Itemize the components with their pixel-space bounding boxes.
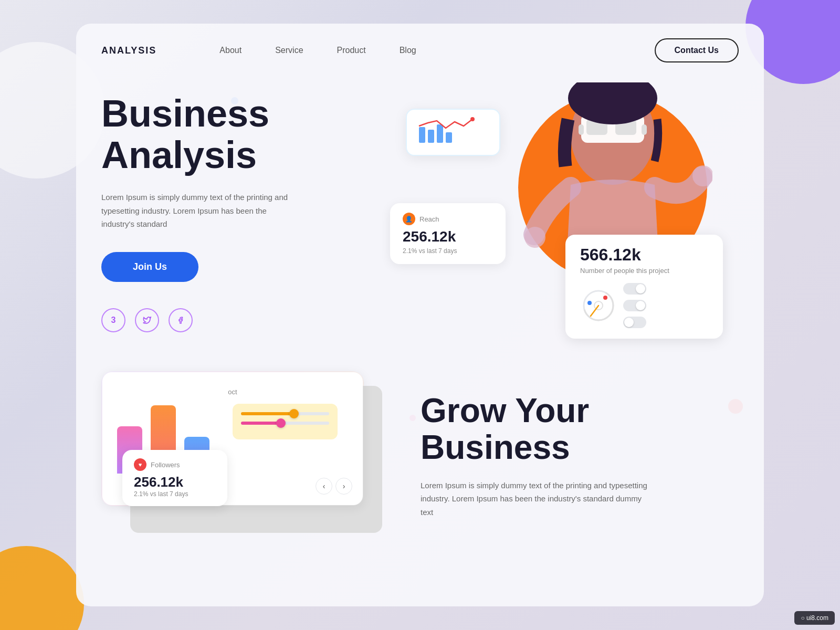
svg-rect-10 [428,130,434,143]
hero-description: Lorem Ipsum is simply dummy text of the … [101,191,301,231]
reach-change-value: 2.1% [403,247,417,255]
bottom-right: Grow Your Business Lorem Ipsum is simply… [421,371,739,519]
toggle-knob-3 [624,318,634,327]
followers-header: ♥ Followers [134,458,216,471]
chart-widget: oct sep oct n [101,371,395,506]
hero-title: Business Analysis [101,93,374,176]
grow-title: Grow Your Business [421,392,739,466]
reach-change: 2.1% vs last 7 days [403,247,493,255]
stats-value: 566.12k [580,245,708,265]
reach-header: 👤 Reach [403,213,493,225]
followers-change-value: 2.1% [134,490,148,498]
hero-left: Business Analysis Lorem Ipsum is simply … [101,77,374,371]
nav-cta: Contact Us [655,38,739,62]
followers-icon: ♥ [134,458,146,471]
svg-rect-4 [579,124,584,135]
bottom-section: oct sep oct n [76,371,764,519]
slider-area [233,404,338,439]
dial-circle [580,287,617,324]
reach-label: Reach [419,215,439,223]
nav-link-service[interactable]: Service [275,46,303,55]
hero-title-line2: Analysis [101,134,257,176]
hero-title-line1: Business [101,92,269,134]
stats-card: 566.12k Number of people this project [565,235,723,339]
svg-rect-5 [642,124,647,135]
svg-point-17 [587,301,592,305]
toggle-switch-3[interactable] [623,317,646,328]
toggle-knob-2 [636,301,645,310]
nav-link-blog[interactable]: Blog [400,46,416,55]
followers-card: ♥ Followers 256.12k 2.1% vs last 7 days [122,450,227,506]
svg-point-13 [470,117,475,121]
slider-knob-pink[interactable] [276,418,286,428]
nav-link-about[interactable]: About [219,46,242,55]
toggle-row-2 [623,300,646,311]
slider-fill-pink [241,422,281,425]
toggle-row-1 [623,283,646,295]
grow-title-line1: Grow Your [421,392,589,429]
chart-month-label: oct [117,388,348,396]
nav-links: About Service Product Blog [219,46,654,55]
join-button[interactable]: Join Us [101,252,198,282]
toggle-switch-1[interactable] [623,283,646,295]
followers-label: Followers [151,461,180,469]
slider-track-yellow [241,412,329,415]
hero-section: Business Analysis Lorem Ipsum is simply … [76,77,764,371]
navbar: ANALYSIS About Service Product Blog Cont… [76,24,764,77]
bg-circle-orange-bottom-left [0,546,84,630]
nav-logo: ANALYSIS [101,45,156,56]
reach-value: 256.12k [403,228,493,245]
stats-visual [580,283,708,328]
reach-icon: 👤 [403,213,415,225]
social-icon-1[interactable]: 3 [101,308,125,332]
reach-change-suffix: vs last 7 days [419,247,457,255]
social-icon-twitter[interactable] [135,308,159,332]
watermark: ○ ui8.com [794,611,835,625]
slider-row-2 [241,422,329,425]
hero-chart-card [406,109,500,156]
svg-point-6 [524,227,545,248]
svg-rect-12 [446,132,452,143]
slider-knob-yellow[interactable] [289,409,299,418]
nav-arrow-next[interactable]: › [335,478,352,495]
toggle-knob-1 [636,284,645,293]
contact-button[interactable]: Contact Us [655,38,739,62]
toggle-switches [623,283,646,328]
hero-right: 👤 Reach 256.12k 2.1% vs last 7 days 566.… [374,77,739,371]
slider-fill-yellow [241,412,294,415]
toggle-switch-2[interactable] [623,300,646,311]
toggle-row-3 [623,317,646,328]
svg-point-18 [603,296,607,300]
slider-row-1 [241,412,329,415]
grow-description: Lorem Ipsum is simply dummy text of the … [421,479,652,519]
reach-card: 👤 Reach 256.12k 2.1% vs last 7 days [390,203,506,264]
grow-title-line2: Business [421,428,570,466]
svg-rect-11 [437,124,443,143]
followers-value: 256.12k [134,474,216,490]
nav-link-product[interactable]: Product [337,46,366,55]
social-icons: 3 [101,308,374,332]
social-icon-facebook[interactable] [169,308,193,332]
nav-arrow-prev[interactable]: ‹ [316,478,332,495]
nav-arrows: ‹ › [316,478,352,495]
stats-description: Number of people this project [580,267,708,275]
followers-change-suffix: vs last 7 days [150,490,188,498]
slider-track-pink [241,422,329,425]
main-card: ANALYSIS About Service Product Blog Cont… [76,24,764,606]
followers-change: 2.1% vs last 7 days [134,490,216,498]
svg-rect-9 [419,127,425,143]
